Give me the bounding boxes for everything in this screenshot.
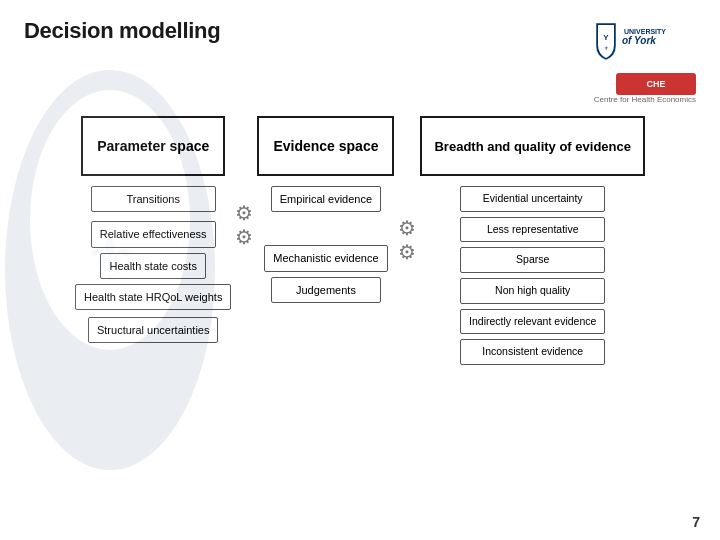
col3-items: Evidential uncertainty Less representati… [460, 186, 605, 365]
hrqol-weights-item: Health state HRQoL weights [75, 284, 231, 310]
gear-icon-2: ⚙ [235, 225, 253, 249]
logo-area: Y ⚜ UNIVERSITY of York CHE Centre for He… [586, 18, 696, 104]
indirectly-relevant-item: Indirectly relevant evidence [460, 309, 605, 335]
col2-items: Empirical evidence Mechanistic evidence … [264, 186, 387, 303]
empirical-evidence-item: Empirical evidence [271, 186, 381, 212]
page-title: Decision modelling [24, 18, 220, 44]
columns-wrapper: Parameter space Transitions Relative eff… [0, 116, 720, 365]
structural-uncertainties-item: Structural uncertainties [88, 317, 219, 343]
health-state-costs-item: Health state costs [100, 253, 205, 279]
university-logo: Y ⚜ UNIVERSITY of York [586, 18, 696, 73]
judgements-item: Judgements [271, 277, 381, 303]
col2-header: Evidence space [257, 116, 394, 176]
header: Decision modelling Y ⚜ UNIVERSITY of Yor… [0, 0, 720, 112]
transitions-item: Transitions [91, 186, 216, 212]
col2-evidence-space: Evidence space Empirical evidence Mechan… [257, 116, 394, 303]
mechanistic-evidence-item: Mechanistic evidence [264, 245, 387, 271]
gear-connector-1: ⚙ ⚙ [231, 201, 257, 249]
non-high-quality-item: Non high quality [460, 278, 605, 304]
col1-parameter-space: Parameter space Transitions Relative eff… [75, 116, 231, 343]
svg-text:CHE: CHE [646, 79, 665, 89]
svg-text:⚜: ⚜ [604, 45, 608, 51]
page-number: 7 [692, 514, 700, 530]
page: ⚜ Decision modelling Y ⚜ UNIVERSITY of Y… [0, 0, 720, 540]
gear-icon-4: ⚙ [398, 240, 416, 264]
che-logo: CHE [616, 73, 696, 95]
gear-icon-1: ⚙ [235, 201, 253, 225]
less-representative-item: Less representative [460, 217, 605, 243]
col3-header: Breadth and quality of evidence [420, 116, 645, 176]
che-subtitle: Centre for Health Economics [594, 95, 696, 104]
col3-breadth-quality: Breadth and quality of evidence Evidenti… [420, 116, 645, 365]
svg-text:of York: of York [622, 35, 656, 46]
gear-icon-3: ⚙ [398, 216, 416, 240]
sparse-item: Sparse [460, 247, 605, 273]
relative-effectiveness-item: Relative effectiveness [91, 221, 216, 247]
gear-connector-2: ⚙ ⚙ [394, 216, 420, 264]
evidential-uncertainty-item: Evidential uncertainty [460, 186, 605, 212]
col1-header: Parameter space [81, 116, 225, 176]
svg-text:UNIVERSITY: UNIVERSITY [624, 28, 666, 35]
svg-text:Y: Y [603, 33, 609, 42]
inconsistent-evidence-item: Inconsistent evidence [460, 339, 605, 365]
col1-items: Transitions Relative effectiveness Healt… [75, 186, 231, 343]
